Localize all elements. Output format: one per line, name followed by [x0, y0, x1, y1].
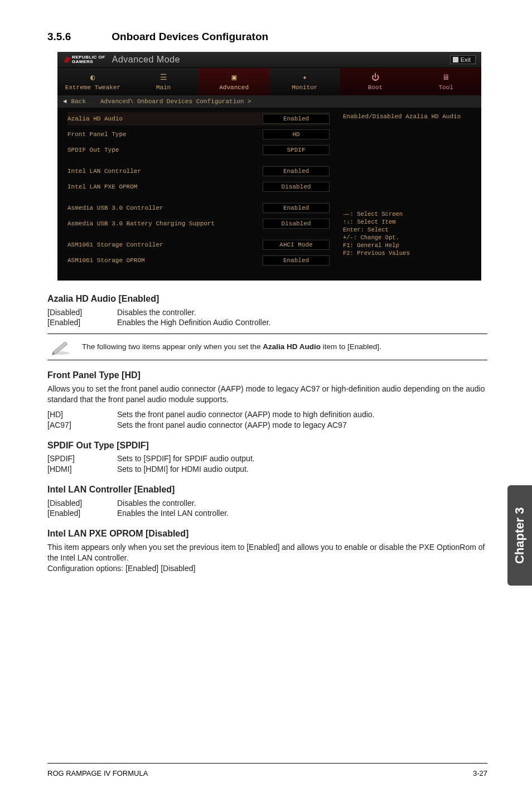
azalia-heading: Azalia HD Audio [Enabled]: [47, 293, 487, 305]
footer-right: 3-27: [473, 769, 487, 777]
nav-line: →←: Select Screen: [343, 210, 475, 218]
rog-logo-icon: [63, 56, 72, 64]
option-key: [SPDIF]: [47, 453, 117, 464]
option-row: [HD] Sets the front panel audio connecto…: [47, 409, 487, 420]
tab-boot[interactable]: ⏻ Boot: [340, 68, 411, 95]
nav-line: +/-: Change Opt.: [343, 234, 475, 241]
setting-value[interactable]: Enabled: [263, 114, 330, 124]
setting-row[interactable]: Asmedia USB 3.0 Controller Enabled: [67, 201, 330, 215]
section-number: 3.5.6: [47, 31, 109, 43]
option-desc: Sets to [HDMI] for HDMI audio output.: [117, 464, 487, 475]
exit-label: Exit: [461, 56, 471, 63]
setting-row[interactable]: Front Panel Type HD: [67, 128, 330, 141]
note-bold: Azalia HD Audio: [263, 342, 321, 351]
option-row: [SPDIF] Sets to [SPDIF] for SPDIF audio …: [47, 453, 487, 464]
note-box: The following two items appear only when…: [47, 334, 487, 360]
chip-icon: ▣: [231, 73, 236, 82]
setting-value[interactable]: Enabled: [263, 255, 330, 265]
option-key: [AC97]: [47, 420, 117, 431]
wrench-icon: ✦: [302, 73, 307, 82]
back-label[interactable]: Back: [71, 98, 86, 105]
setting-label: SPDIF Out Type: [67, 147, 263, 153]
logo-line2: GAMERS: [72, 60, 105, 64]
setting-row[interactable]: Azalia HD Audio Enabled: [67, 112, 330, 125]
tab-label: Tool: [438, 84, 453, 91]
setting-value[interactable]: SPDIF: [263, 145, 330, 155]
tab-extreme-tweaker[interactable]: ◐ Extreme Tweaker: [57, 68, 128, 95]
option-desc: Sets to [SPDIF] for SPDIF audio output.: [117, 453, 487, 464]
setting-value[interactable]: AHCI Mode: [263, 240, 330, 250]
tab-advanced[interactable]: ▣ Advanced: [199, 68, 269, 95]
back-arrow-icon[interactable]: ◄: [63, 98, 67, 105]
setting-label: Asmedia USB 3.0 Battery Charging Support: [67, 220, 263, 227]
setting-label: Intel LAN Controller: [67, 168, 263, 175]
bios-screenshot: REPUBLIC OF GAMERS Advanced Mode Exit ◐ …: [57, 52, 481, 281]
bios-tabs: ◐ Extreme Tweaker ☰ Main ▣ Advanced ✦ Mo…: [57, 67, 481, 95]
exit-button[interactable]: Exit: [450, 55, 476, 64]
bios-settings-list: Azalia HD Audio Enabled Front Panel Type…: [57, 108, 336, 281]
tab-monitor[interactable]: ✦ Monitor: [269, 68, 340, 95]
power-icon: ⏻: [371, 73, 379, 82]
bios-mode-title: Advanced Mode: [112, 55, 180, 65]
option-desc: Enables the High Definition Audio Contro…: [117, 317, 487, 328]
tab-label: Extreme Tweaker: [65, 84, 120, 91]
fpt-body: Allows you to set the front panel audio …: [47, 384, 487, 405]
setting-row[interactable]: ASM1061 Storage OPROM Enabled: [67, 254, 330, 267]
option-row: [Enabled] Enables the High Definition Au…: [47, 317, 487, 328]
gauge-icon: ◐: [90, 73, 95, 82]
bios-logo-text: REPUBLIC OF GAMERS: [72, 55, 105, 64]
setting-row[interactable]: SPDIF Out Type SPDIF: [67, 143, 330, 157]
section-heading: 3.5.6 Onboard Devices Configuraton: [47, 31, 487, 43]
option-row: [Disabled] Disables the controller.: [47, 307, 487, 318]
option-desc: Disables the controller.: [117, 498, 487, 509]
note-prefix: The following two items appear only when…: [82, 342, 263, 351]
setting-value[interactable]: Disabled: [263, 219, 330, 229]
setting-row[interactable]: Intel LAN PXE OPROM Disabled: [67, 180, 330, 194]
setting-value[interactable]: Enabled: [263, 203, 330, 213]
pxe-heading: Intel LAN PXE OPROM [Disabled]: [47, 528, 487, 540]
tab-main[interactable]: ☰ Main: [128, 68, 199, 95]
tool-icon: 🖥: [442, 73, 450, 82]
tab-label: Advanced: [219, 84, 249, 91]
option-row: [AC97] Sets the front panel audio connec…: [47, 420, 487, 431]
footer-left: ROG RAMPAGE IV FORMULA: [47, 769, 148, 777]
setting-value[interactable]: Enabled: [263, 166, 330, 176]
note-suffix: item to [Enabled].: [321, 342, 381, 351]
setting-label: Front Panel Type: [67, 131, 263, 138]
setting-row[interactable]: ASM1061 Storage Controller AHCI Mode: [67, 238, 330, 252]
option-row: [HDMI] Sets to [HDMI] for HDMI audio out…: [47, 464, 487, 475]
setting-label: ASM1061 Storage Controller: [67, 241, 263, 248]
option-row: [Disabled] Disables the controller.: [47, 498, 487, 509]
bios-help-panel: Enabled/Disabled Azalia HD Audio →←: Sel…: [336, 108, 481, 281]
setting-value[interactable]: HD: [263, 129, 330, 139]
chapter-tab: Chapter 3: [507, 485, 532, 586]
lan-heading: Intel LAN Controller [Enabled]: [47, 484, 487, 496]
option-key: [Enabled]: [47, 508, 117, 519]
breadcrumb-bar: ◄ Back Advanced\ Onboard Devices Configu…: [57, 95, 481, 108]
help-text: Enabled/Disabled Azalia HD Audio: [343, 112, 475, 121]
tab-label: Main: [156, 84, 171, 91]
section-title-text: Onboard Devices Configuraton: [112, 31, 268, 42]
page-footer: ROG RAMPAGE IV FORMULA 3-27: [47, 763, 487, 777]
note-text: The following two items appear only when…: [82, 342, 381, 352]
tab-label: Monitor: [292, 84, 317, 91]
option-key: [Enabled]: [47, 317, 117, 328]
option-key: [Disabled]: [47, 498, 117, 509]
setting-row[interactable]: Intel LAN Controller Enabled: [67, 165, 330, 178]
setting-row[interactable]: Asmedia USB 3.0 Battery Charging Support…: [67, 217, 330, 230]
tab-tool[interactable]: 🖥 Tool: [410, 68, 481, 95]
fpt-heading: Front Panel Type [HD]: [47, 369, 487, 381]
nav-line: F1: General Help: [343, 241, 475, 249]
help-nav: →←: Select Screen ↑↓: Select Item Enter:…: [343, 210, 475, 257]
option-row: [Enabled] Enables the Intel LAN controll…: [47, 508, 487, 519]
spdif-heading: SPDIF Out Type [SPDIF]: [47, 439, 487, 452]
setting-label: Azalia HD Audio: [67, 115, 263, 122]
setting-value[interactable]: Disabled: [263, 182, 330, 192]
option-key: [Disabled]: [47, 307, 117, 318]
list-icon: ☰: [160, 73, 167, 82]
tab-label: Boot: [368, 84, 383, 91]
nav-line: Enter: Select: [343, 226, 475, 234]
nav-line: F2: Previous Values: [343, 249, 475, 257]
option-key: [HD]: [47, 409, 117, 420]
bios-header: REPUBLIC OF GAMERS Advanced Mode Exit: [57, 52, 481, 67]
